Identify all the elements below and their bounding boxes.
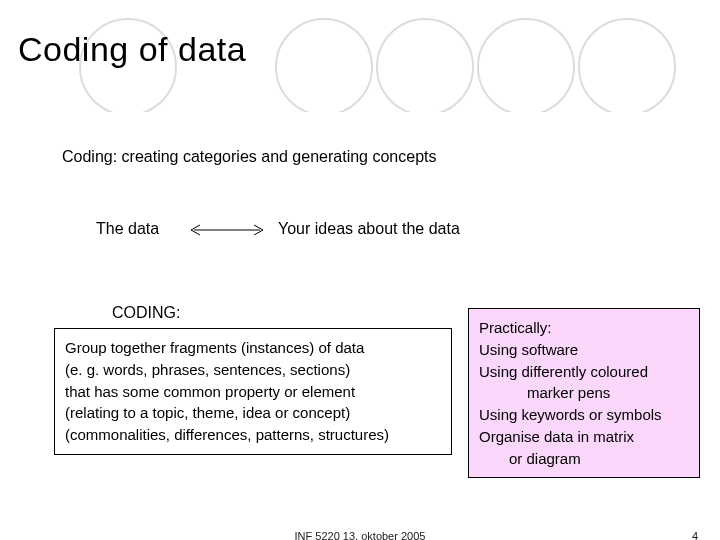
svg-point-2 bbox=[377, 19, 473, 112]
left-line-5: (commonalities, differences, patterns, s… bbox=[65, 424, 441, 446]
slide-title: Coding of data bbox=[18, 30, 246, 69]
right-line-1: Practically: bbox=[479, 317, 689, 339]
svg-point-4 bbox=[579, 19, 675, 112]
coding-heading: CODING: bbox=[112, 304, 180, 322]
practically-box: Practically: Using software Using differ… bbox=[468, 308, 700, 478]
footer-course-date: INF 5220 13. oktober 2005 bbox=[295, 530, 426, 540]
right-line-3b: marker pens bbox=[527, 382, 689, 404]
coding-description-box: Group together fragments (instances) of … bbox=[54, 328, 452, 455]
svg-point-3 bbox=[478, 19, 574, 112]
subtitle-text: Coding: creating categories and generati… bbox=[62, 148, 436, 166]
right-line-3: Using differently coloured bbox=[479, 361, 689, 383]
left-line-1: Group together fragments (instances) of … bbox=[65, 337, 441, 359]
slide: Coding of data Coding: creating categori… bbox=[0, 0, 720, 540]
right-line-5: Organise data in matrix bbox=[479, 426, 689, 448]
svg-point-1 bbox=[276, 19, 372, 112]
right-line-4: Using keywords or symbols bbox=[479, 404, 689, 426]
double-arrow-icon bbox=[188, 222, 266, 238]
left-line-4: (relating to a topic, theme, idea or con… bbox=[65, 402, 441, 424]
your-ideas-label: Your ideas about the data bbox=[278, 220, 460, 238]
slide-number: 4 bbox=[692, 530, 698, 540]
right-line-2: Using software bbox=[479, 339, 689, 361]
left-line-3: that has some common property or element bbox=[65, 381, 441, 403]
right-line-5b: or diagram bbox=[509, 448, 689, 470]
the-data-label: The data bbox=[96, 220, 159, 238]
left-line-2: (e. g. words, phrases, sentences, sectio… bbox=[65, 359, 441, 381]
